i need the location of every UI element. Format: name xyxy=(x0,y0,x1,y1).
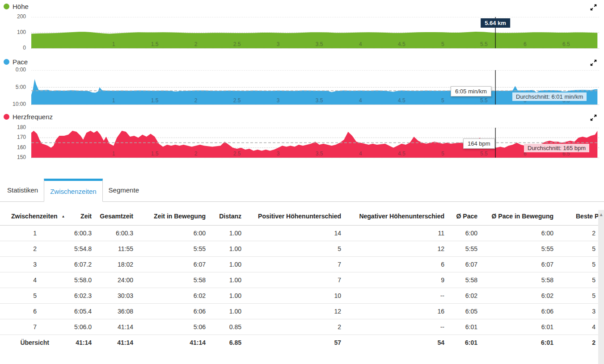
table-cell: 5:55 xyxy=(477,241,553,257)
table-cell: 7 xyxy=(241,257,341,272)
pace-legend-label: Pace xyxy=(13,58,28,66)
table-cell: 6:02.3 xyxy=(49,288,92,304)
table-row: 45:58.024:005:581.00795:585:585 xyxy=(0,272,598,288)
table-cell: 6:05.4 xyxy=(49,304,92,319)
pace-legend[interactable]: Pace xyxy=(4,58,28,66)
cursor-distance-tooltip: 5.64 km xyxy=(481,18,510,28)
table-cell: 6:06 xyxy=(133,304,206,319)
expand-icon[interactable] xyxy=(590,59,597,66)
scroll-up-icon[interactable]: ▲ xyxy=(598,210,604,217)
summary-cell: 41:14 xyxy=(49,335,92,351)
y-axis-tick-label: 100 xyxy=(0,29,26,35)
y-axis-tick-label: 150 xyxy=(0,154,26,160)
summary-cell: 6:01 xyxy=(477,335,553,351)
splits-table-container: Zwischenzeiten▲ZeitGesamtzeitZeit in Bew… xyxy=(0,202,598,350)
splits-header-row: Zwischenzeiten▲ZeitGesamtzeitZeit in Bew… xyxy=(0,202,598,226)
tab-segmente[interactable]: Segmente xyxy=(103,179,145,201)
table-cell: 6:07.2 xyxy=(49,257,92,272)
elevation-legend-label: Höhe xyxy=(13,3,29,10)
table-cell: 5:58 xyxy=(444,272,477,288)
pace-value-tooltip: 6:05 min/km xyxy=(451,86,491,96)
column-header[interactable]: Zwischenzeiten▲ xyxy=(0,202,49,226)
table-cell: 5:06.0 xyxy=(49,319,92,335)
table-cell: 1.00 xyxy=(206,226,241,241)
splits-table: Zwischenzeiten▲ZeitGesamtzeitZeit in Bew… xyxy=(0,202,598,350)
table-cell: 24:00 xyxy=(92,272,133,288)
table-cell: 1.00 xyxy=(206,304,241,319)
summary-cell: 6.85 xyxy=(206,335,241,351)
table-cell: 6:06 xyxy=(477,304,553,319)
column-header[interactable]: Gesamtzeit xyxy=(92,202,133,226)
heart-rate-legend[interactable]: Herzfrequenz xyxy=(4,113,53,121)
column-header[interactable]: Ø Pace in Bewegung xyxy=(477,202,553,226)
column-header[interactable]: Negativer Höhenunterschied xyxy=(341,202,444,226)
table-row: 56:02.330:036:021.0010--6:026:025 xyxy=(0,288,598,304)
y-axis-tick-label: 5:00 xyxy=(0,84,26,90)
table-cell: 0.85 xyxy=(206,319,241,335)
table-cell: 2 xyxy=(0,241,49,257)
table-cell: 5 xyxy=(553,241,598,257)
summary-cell: 2 xyxy=(553,335,598,351)
table-cell: 4 xyxy=(553,319,598,335)
table-scrollbar[interactable]: ▲ xyxy=(598,210,604,364)
table-cell: 2 xyxy=(553,226,598,241)
table-cell: 6:07 xyxy=(133,257,206,272)
table-cell: 3 xyxy=(553,304,598,319)
y-axis-tick-label: 0:00 xyxy=(0,67,26,73)
y-axis-tick-label: 0 xyxy=(0,45,26,51)
summary-cell: 41:14 xyxy=(92,335,133,351)
table-cell: 1.00 xyxy=(206,272,241,288)
tab-bar: Statistiken Zwischenzeiten Segmente xyxy=(0,179,604,202)
table-cell: 5 xyxy=(553,272,598,288)
column-header[interactable]: Positiver Höhenunterschied xyxy=(241,202,341,226)
elevation-plot[interactable]: 11.522.533.544.555.566.5 xyxy=(31,17,599,49)
column-header[interactable]: Ø Pace xyxy=(444,202,477,226)
table-cell: 5:55 xyxy=(133,241,206,257)
table-cell: 5:54.8 xyxy=(49,241,92,257)
table-cell: 14 xyxy=(241,226,341,241)
table-cell: 9 xyxy=(341,272,444,288)
column-header[interactable]: Zeit in Bewegung xyxy=(133,202,206,226)
summary-cell: 57 xyxy=(241,335,341,351)
y-axis-tick-label: 200 xyxy=(0,13,26,20)
column-header[interactable]: Distanz xyxy=(206,202,241,226)
table-cell: 11 xyxy=(341,226,444,241)
pace-legend-dot-icon xyxy=(4,59,9,65)
table-row: 66:05.436:086:061.0012166:056:063 xyxy=(0,304,598,319)
table-cell: 6:01 xyxy=(477,319,553,335)
heart-rate-plot[interactable]: 11.522.533.544.555.566.5 xyxy=(31,128,599,158)
table-cell: 7 xyxy=(241,272,341,288)
y-axis-tick-label: 180 xyxy=(0,124,26,130)
table-cell: 10 xyxy=(241,288,341,304)
table-cell: 16 xyxy=(341,304,444,319)
y-axis-tick-label: 160 xyxy=(0,144,26,151)
pace-average-label: Durchschnitt: 6:01 min/km xyxy=(512,92,587,101)
y-axis-tick-label: 10:00 xyxy=(0,101,26,107)
splits-table-body: 16:00.36:00.36:001.0014116:006:00225:54.… xyxy=(0,226,598,335)
summary-cell: 54 xyxy=(341,335,444,351)
table-cell: 3 xyxy=(0,257,49,272)
table-row: 75:06.041:145:060.852--6:016:014 xyxy=(0,319,598,335)
table-cell: 5:58 xyxy=(133,272,206,288)
heart-rate-average-label: Durchschnitt: 165 bpm xyxy=(524,144,589,152)
table-cell: 1.00 xyxy=(206,241,241,257)
table-cell: 5 xyxy=(0,288,49,304)
table-cell: 1 xyxy=(0,226,49,241)
tab-zwischenzeiten[interactable]: Zwischenzeiten xyxy=(44,179,102,202)
table-row: 36:07.218:026:071.00766:076:075 xyxy=(0,257,598,272)
table-cell: 11:55 xyxy=(92,241,133,257)
table-cell: 2 xyxy=(241,319,341,335)
table-cell: 12 xyxy=(241,304,341,319)
column-header[interactable]: Beste Pa xyxy=(553,202,598,226)
table-cell: 41:14 xyxy=(92,319,133,335)
heart-rate-legend-label: Herzfrequenz xyxy=(13,113,53,121)
expand-icon[interactable] xyxy=(590,114,597,121)
tab-statistiken[interactable]: Statistiken xyxy=(1,179,44,201)
elevation-legend[interactable]: Höhe xyxy=(4,3,29,10)
table-cell: 5 xyxy=(553,288,598,304)
y-axis-tick-label: 170 xyxy=(0,134,26,140)
elevation-legend-dot-icon xyxy=(4,4,9,9)
activity-details-page: Höhe 11.522.533.544.555.566.5 Pace 11.52… xyxy=(0,0,604,364)
table-cell: 7 xyxy=(0,319,49,335)
expand-icon[interactable] xyxy=(590,4,597,11)
